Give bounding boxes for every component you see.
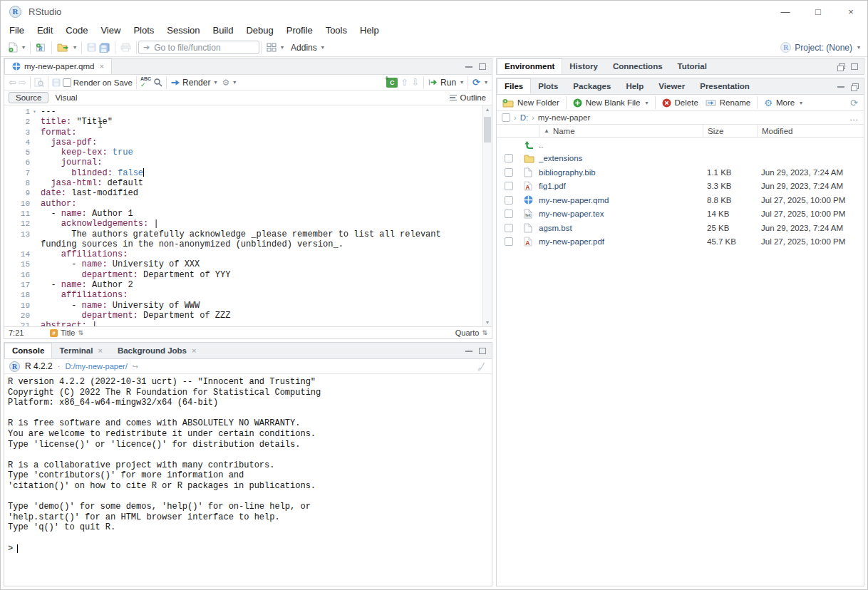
file-row--[interactable]: .. <box>497 138 864 152</box>
menu-debug[interactable]: Debug <box>239 24 279 37</box>
menu-edit[interactable]: Edit <box>31 24 59 37</box>
insert-chunk-icon[interactable]: C <box>386 78 398 88</box>
minimize-pane-icon[interactable] <box>465 63 472 70</box>
code-line[interactable]: 19 - name: University of WWW <box>4 301 482 311</box>
minimize-window-button[interactable]: — <box>769 1 802 22</box>
tab-tutorial[interactable]: Tutorial <box>671 58 715 74</box>
forward-icon[interactable]: ⇨ <box>19 78 26 87</box>
tab-plots[interactable]: Plots <box>531 78 566 94</box>
goto-directory-icon[interactable]: ↪ <box>133 363 138 371</box>
spellcheck-icon[interactable]: ABC✓ <box>140 76 151 88</box>
code-line[interactable]: 7 blinded: false <box>4 168 482 178</box>
tab-console[interactable]: Console <box>4 343 52 358</box>
menu-tools[interactable]: Tools <box>319 24 353 37</box>
file-checkbox[interactable] <box>497 154 520 162</box>
close-window-button[interactable]: × <box>835 1 867 22</box>
visual-mode-button[interactable]: Visual <box>48 93 83 103</box>
code-line[interactable]: 14 affiliations: <box>4 249 482 259</box>
new-folder-button[interactable]: New Folder <box>500 98 562 108</box>
restore-pane-icon[interactable] <box>837 63 844 70</box>
console-prompt[interactable]: > <box>8 544 492 554</box>
file-row-agsm-bst[interactable]: agsm.bst25 KBJun 29, 2023, 7:24 AM <box>497 221 864 235</box>
code-line[interactable]: 13 The authors gratefully acknowledge _p… <box>4 229 482 239</box>
column-header-size[interactable]: Size <box>703 125 757 137</box>
render-on-save-checkbox[interactable] <box>63 78 71 87</box>
file-row-my-new-paper-tex[interactable]: TeXmy-new-paper.tex14 KBJul 27, 2025, 10… <box>497 207 864 222</box>
render-caret-icon[interactable]: ▾ <box>214 79 217 86</box>
close-tab-icon[interactable]: × <box>99 62 103 71</box>
tab-connections[interactable]: Connections <box>606 58 671 74</box>
language-mode-selector[interactable]: Quarto ⇅ <box>455 328 487 337</box>
run-next-icon[interactable]: ⇩ <box>411 78 419 87</box>
code-line[interactable]: 20 department: Department of ZZZ <box>4 311 482 321</box>
code-line[interactable]: 10author: <box>4 199 482 209</box>
menu-plots[interactable]: Plots <box>127 24 160 37</box>
tab-viewer[interactable]: Viewer <box>651 78 693 94</box>
working-directory-link[interactable]: D:/my-new-paper/ <box>65 362 127 371</box>
file-checkbox[interactable] <box>497 209 520 218</box>
open-file-icon[interactable] <box>57 43 69 52</box>
scroll-down-icon[interactable]: ▼ <box>483 320 492 325</box>
back-icon[interactable]: ⇦ <box>9 78 16 87</box>
code-editor[interactable]: 1▾---2title: "Title"3format:4 jasa-pdf:5… <box>4 105 492 326</box>
file-name-link[interactable]: fig1.pdf <box>539 182 703 190</box>
save-all-icon[interactable] <box>99 43 110 53</box>
file-row--extensions[interactable]: _extensions <box>497 152 864 166</box>
code-line[interactable]: 17 - name: Author 2 <box>4 280 482 290</box>
code-line[interactable]: 11 - name: Author 1 <box>4 209 482 219</box>
new-file-icon[interactable] <box>9 42 18 53</box>
column-header-name[interactable]: ▲ Name <box>539 125 703 137</box>
refresh-icon[interactable]: ⟳ <box>850 98 860 108</box>
file-row-my-new-paper-pdf[interactable]: Amy-new-paper.pdf45.7 KBJul 27, 2025, 10… <box>497 235 864 249</box>
breadcrumb-overflow[interactable]: ... <box>849 113 859 122</box>
menu-view[interactable]: View <box>94 24 127 37</box>
select-all-checkbox[interactable] <box>502 113 510 122</box>
code-line[interactable]: 6 journal: <box>4 157 482 167</box>
file-checkbox[interactable] <box>497 182 520 190</box>
file-name-link[interactable]: _extensions <box>539 154 703 162</box>
column-header-modified[interactable]: Modified <box>757 125 864 137</box>
max-pane-icon[interactable] <box>479 348 486 354</box>
menu-build[interactable]: Build <box>207 24 240 37</box>
save-icon[interactable] <box>87 43 96 52</box>
menu-help[interactable]: Help <box>353 24 386 37</box>
max-pane-icon[interactable] <box>851 63 858 70</box>
scroll-up-icon[interactable]: ▲ <box>483 107 492 112</box>
rename-button[interactable]: Rename <box>703 98 753 107</box>
menu-session[interactable]: Session <box>160 24 206 37</box>
new-project-icon[interactable]: R <box>36 43 46 53</box>
code-line[interactable]: 12 acknowledgements: | <box>4 219 482 229</box>
run-caret-icon[interactable]: ▾ <box>460 79 463 86</box>
file-checkbox[interactable] <box>497 237 520 246</box>
run-icon[interactable] <box>428 78 438 86</box>
print-icon[interactable] <box>120 43 131 52</box>
search-icon[interactable] <box>153 78 162 87</box>
min-pane-icon[interactable] <box>465 348 472 354</box>
addins-caret-icon[interactable]: ▾ <box>321 44 324 51</box>
goto-file-function-input[interactable]: ➔ Go to file/function <box>138 41 259 54</box>
maximize-window-button[interactable]: □ <box>802 1 835 22</box>
clear-console-icon[interactable] <box>477 362 487 371</box>
close-tab-icon[interactable]: × <box>98 346 102 355</box>
breadcrumb-folder[interactable]: my-new-paper <box>538 113 591 122</box>
file-name-link[interactable]: bibliography.bib <box>539 168 703 177</box>
code-line[interactable]: 21abstract: | <box>4 321 482 326</box>
addins-button[interactable]: Addins <box>291 43 317 53</box>
code-line[interactable]: 18 affiliations: <box>4 290 482 300</box>
menu-profile[interactable]: Profile <box>280 24 319 37</box>
file-name-link[interactable]: my-new-paper.pdf <box>539 237 703 246</box>
save-doc-icon[interactable] <box>52 78 61 87</box>
console-output[interactable]: R version 4.2.2 (2022-10-31 ucrt) -- "In… <box>4 374 492 586</box>
tab-presentation[interactable]: Presentation <box>693 78 758 94</box>
render-settings-gear-icon[interactable]: ⚙ <box>222 78 229 87</box>
fold-caret-icon[interactable]: ▾ <box>33 107 41 117</box>
code-line[interactable]: 4 jasa-pdf: <box>4 138 482 148</box>
delete-button[interactable]: Delete <box>660 98 701 108</box>
min-pane-icon[interactable] <box>837 83 844 90</box>
file-name-link[interactable]: .. <box>539 140 703 149</box>
menu-file[interactable]: File <box>3 24 31 37</box>
editor-scrollbar[interactable]: ▲ ▼ <box>482 105 492 326</box>
new-blank-file-button[interactable]: New Blank File ▾ <box>571 98 651 108</box>
source-rerun-icon[interactable]: ⟳ <box>472 77 480 88</box>
pane-layout-icon[interactable] <box>267 43 277 52</box>
